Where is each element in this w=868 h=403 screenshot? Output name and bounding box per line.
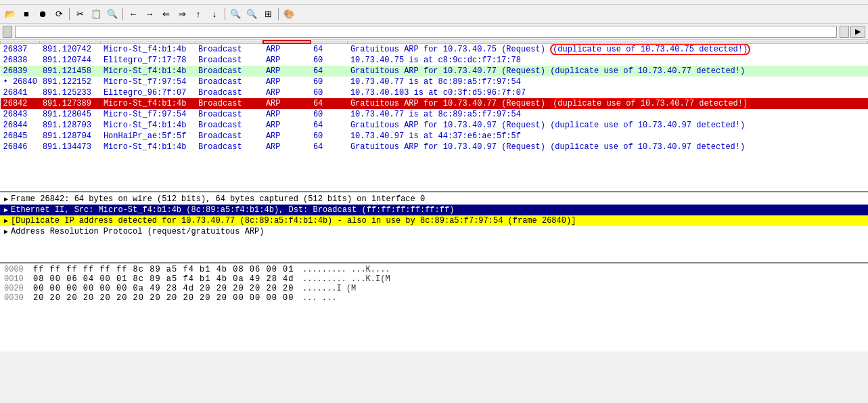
- cell-protocol: ARP: [263, 98, 311, 109]
- cell-destination: Broadcast: [196, 55, 263, 66]
- col-header-source[interactable]: [101, 41, 196, 43]
- cut-button[interactable]: ✂: [72, 7, 87, 22]
- hex-ascii: ......... ...K.I(M: [302, 274, 390, 284]
- cell-protocol: ARP: [263, 120, 311, 131]
- cell-destination: Broadcast: [196, 120, 263, 131]
- cell-destination: Broadcast: [196, 87, 263, 98]
- cell-no: 26841: [1, 87, 40, 98]
- col-header-info[interactable]: [348, 41, 868, 43]
- cell-length: 64: [311, 43, 348, 55]
- table-row[interactable]: 26838 891.120744 Elitegro_f7:17:78 Broad…: [1, 55, 868, 66]
- toolbar: 📂 ■ ⏺ ⟳ ✂ 📋 🔍 ← → ⇐ ⇒ ↑ ↓ 🔍 🔍 ⊞ 🎨: [0, 5, 868, 24]
- hex-ascii: ......... ...K....: [302, 265, 390, 274]
- menu-view[interactable]: [22, 1, 26, 3]
- col-header-time[interactable]: [40, 41, 101, 43]
- table-row[interactable]: 26845 891.128704 HonHaiPr_ae:5f:5f Broad…: [1, 131, 868, 142]
- toolbar-separator-3: [225, 8, 225, 20]
- menu-tools[interactable]: [88, 1, 92, 3]
- cell-destination: Broadcast: [196, 77, 263, 87]
- cell-no: 26843: [1, 109, 40, 120]
- open-file-button[interactable]: 📂: [3, 7, 18, 22]
- filter-label[interactable]: [3, 26, 12, 38]
- refresh-button[interactable]: ⟳: [51, 7, 66, 22]
- packet-list-scroll[interactable]: 26837 891.120742 Micro-St_f4:b1:4b Broad…: [0, 40, 868, 192]
- cell-time: 891.122152: [40, 77, 101, 87]
- detail-row-text: Frame 26842: 64 bytes on wire (512 bits)…: [11, 194, 425, 204]
- cell-time: 891.128703: [40, 120, 101, 131]
- detail-row[interactable]: ▶Ethernet II, Src: Micro-St_f4:b1:4b (8c…: [0, 205, 868, 215]
- cell-length: 64: [311, 142, 348, 152]
- menu-capture[interactable]: [41, 1, 45, 3]
- find-button[interactable]: 🔍: [105, 7, 120, 22]
- apply-button[interactable]: ▶: [850, 26, 865, 38]
- col-header-protocol[interactable]: [263, 41, 311, 43]
- expand-arrow-icon[interactable]: ▶: [4, 195, 8, 203]
- menu-file[interactable]: [3, 1, 7, 3]
- cell-protocol: ARP: [263, 109, 311, 120]
- cell-length: 60: [311, 55, 348, 66]
- detail-pane: ▶Frame 26842: 64 bytes on wire (512 bits…: [0, 192, 868, 263]
- expand-arrow-icon[interactable]: ▶: [4, 217, 8, 225]
- filter-input[interactable]: [15, 26, 837, 38]
- table-row[interactable]: 26839 891.121458 Micro-St_f4:b1:4b Broad…: [1, 66, 868, 77]
- menu-edit[interactable]: [12, 1, 16, 3]
- detail-row[interactable]: ▶Address Resolution Protocol (request/gr…: [0, 226, 868, 237]
- detail-row-text: Ethernet II, Src: Micro-St_f4:b1:4b (8c:…: [11, 205, 454, 215]
- cell-length: 60: [311, 87, 348, 98]
- table-row[interactable]: 26844 891.128703 Micro-St_f4:b1:4b Broad…: [1, 120, 868, 131]
- table-row[interactable]: 26846 891.134473 Micro-St_f4:b1:4b Broad…: [1, 142, 868, 152]
- hex-bytes: 20 20 20 20 20 20 20 20 20 20 20 20 00 0…: [33, 293, 297, 303]
- menu-stats[interactable]: [60, 1, 64, 3]
- expression-button[interactable]: [840, 26, 849, 38]
- cell-protocol: ARP: [263, 87, 311, 98]
- down-button[interactable]: ↓: [207, 7, 222, 22]
- back-button[interactable]: ←: [126, 7, 141, 22]
- cell-source: Micro-St_f7:97:54: [101, 77, 196, 87]
- menu-help[interactable]: [97, 1, 101, 3]
- cell-no: 26837: [1, 43, 40, 55]
- cell-source: Micro-St_f4:b1:4b: [101, 120, 196, 131]
- cell-source: Micro-St_f4:b1:4b: [101, 66, 196, 77]
- cell-info: 10.73.40.77 is at 8c:89:a5:f7:97:54: [348, 109, 868, 120]
- packet-list: 26837 891.120742 Micro-St_f4:b1:4b Broad…: [0, 40, 868, 192]
- copy-button[interactable]: 📋: [89, 7, 104, 22]
- menu-analyze[interactable]: [50, 1, 54, 3]
- hex-offset: 0000: [4, 265, 28, 274]
- hex-row: 0000 ff ff ff ff ff ff 8c 89 a5 f4 b1 4b…: [0, 265, 868, 274]
- zoom-in-button[interactable]: 🔍: [228, 7, 243, 22]
- detail-row-text: Address Resolution Protocol (request/gra…: [11, 227, 264, 236]
- menu-wireless[interactable]: [78, 1, 83, 3]
- table-row[interactable]: 26837 891.120742 Micro-St_f4:b1:4b Broad…: [1, 43, 868, 55]
- menu-goto[interactable]: [31, 1, 35, 3]
- filter-bar: ▶: [0, 24, 868, 40]
- first-button[interactable]: ⇐: [158, 7, 173, 22]
- menu-phone[interactable]: [69, 1, 73, 3]
- zoom-normal-button[interactable]: ⊞: [260, 7, 275, 22]
- col-header-destination[interactable]: [196, 41, 263, 43]
- expand-arrow-icon[interactable]: ▶: [4, 228, 8, 236]
- toolbar-separator-1: [69, 8, 70, 20]
- detail-row[interactable]: ▶[Duplicate IP address detected for 10.7…: [0, 215, 868, 226]
- table-row[interactable]: 26843 891.128045 Micro-St_f7:97:54 Broad…: [1, 109, 868, 120]
- forward-button[interactable]: →: [142, 7, 157, 22]
- table-row[interactable]: • 26840 891.122152 Micro-St_f7:97:54 Bro…: [1, 77, 868, 87]
- up-button[interactable]: ↑: [191, 7, 206, 22]
- table-row[interactable]: 26841 891.125233 Elitegro_96:7f:07 Broad…: [1, 87, 868, 98]
- cell-info: Gratuitous ARP for 10.73.40.97 (Request)…: [348, 142, 868, 152]
- cell-length: 60: [311, 131, 348, 142]
- cell-destination: Broadcast: [196, 109, 263, 120]
- detail-row[interactable]: ▶Frame 26842: 64 bytes on wire (512 bits…: [0, 194, 868, 205]
- colorize-button[interactable]: 🎨: [281, 7, 296, 22]
- col-header-no[interactable]: [1, 41, 40, 43]
- cell-time: 891.128704: [40, 131, 101, 142]
- table-row[interactable]: 26842 891.127389 Micro-St_f4:b1:4b Broad…: [1, 98, 868, 109]
- zoom-out-button[interactable]: 🔍: [244, 7, 259, 22]
- cell-source: Micro-St_f4:b1:4b: [101, 142, 196, 152]
- last-button[interactable]: ⇒: [175, 7, 189, 22]
- expand-arrow-icon[interactable]: ▶: [4, 206, 8, 214]
- hex-offset: 0010: [4, 274, 28, 284]
- col-header-length[interactable]: [311, 41, 348, 43]
- cell-no: 26844: [1, 120, 40, 131]
- stop-capture-button[interactable]: ■: [19, 7, 34, 22]
- start-capture-button[interactable]: ⏺: [35, 7, 50, 22]
